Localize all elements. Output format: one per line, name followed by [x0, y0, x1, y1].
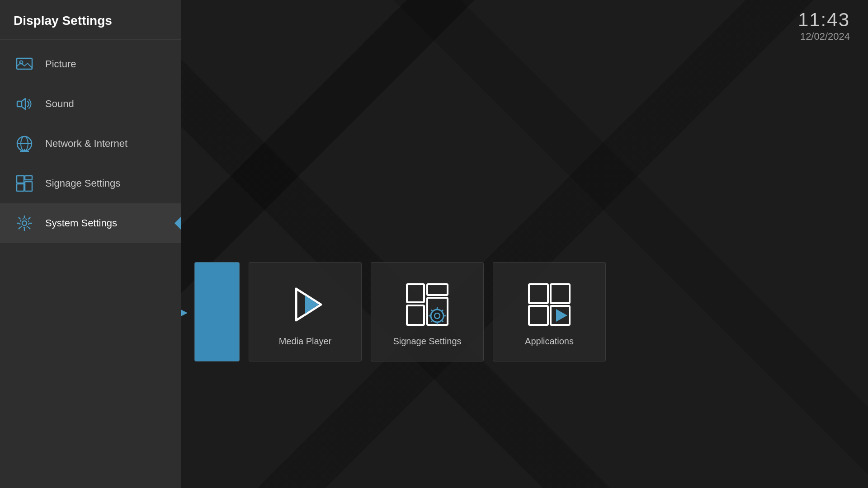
clock-date: 12/02/2024 — [798, 31, 850, 42]
app-card-label-applications: Applications — [525, 336, 574, 347]
svg-rect-23 — [551, 284, 570, 303]
sidebar-item-signage[interactable]: Signage Settings — [0, 164, 181, 203]
svg-rect-10 — [17, 184, 24, 191]
app-card-applications[interactable]: Applications — [493, 262, 606, 361]
app-card-media-player[interactable]: Media Player — [249, 262, 362, 361]
svg-rect-11 — [25, 182, 32, 191]
media-player-icon — [278, 277, 332, 332]
app-card-signage-settings[interactable]: Signage Settings — [371, 262, 484, 361]
sidebar-title: Display Settings — [0, 0, 181, 40]
sidebar-item-label-picture: Picture — [45, 58, 76, 70]
svg-rect-18 — [407, 305, 424, 325]
svg-point-12 — [22, 221, 27, 225]
signage-settings-app-icon — [400, 277, 454, 332]
app-card-label-media-player: Media Player — [279, 336, 332, 347]
svg-rect-0 — [17, 58, 32, 69]
svg-marker-26 — [556, 309, 567, 322]
sound-icon — [14, 93, 35, 115]
sidebar: Display Settings Picture — [0, 0, 181, 488]
sidebar-item-label-system: System Settings — [45, 217, 117, 229]
system-settings-icon — [14, 212, 35, 234]
app-card-label-signage-settings: Signage Settings — [393, 336, 461, 347]
svg-rect-16 — [407, 284, 424, 302]
clock-time: 11:43 — [798, 9, 850, 31]
clock-area: 11:43 12/02/2024 — [798, 9, 850, 42]
sidebar-item-label-network: Network & Internet — [45, 138, 127, 150]
svg-rect-9 — [25, 176, 32, 180]
sidebar-item-label-sound: Sound — [45, 98, 74, 110]
svg-point-13 — [20, 219, 29, 228]
network-icon — [14, 133, 35, 155]
sidebar-item-sound[interactable]: Sound — [0, 84, 181, 124]
applications-icon — [522, 277, 576, 332]
svg-rect-24 — [529, 306, 548, 325]
svg-rect-17 — [427, 284, 448, 295]
sidebar-item-system[interactable]: System Settings — [0, 203, 181, 243]
sidebar-nav: Picture Sound — [0, 40, 181, 243]
app-grid: ▶ Media Player — [181, 262, 868, 361]
main-content: 11:43 12/02/2024 ▶ Media Player — [181, 0, 868, 488]
svg-rect-8 — [17, 176, 24, 183]
sidebar-item-network[interactable]: Network & Internet — [0, 124, 181, 164]
svg-rect-22 — [529, 284, 548, 303]
sidebar-item-label-signage: Signage Settings — [45, 178, 120, 189]
signage-settings-icon — [14, 173, 35, 194]
sidebar-item-picture[interactable]: Picture — [0, 44, 181, 84]
app-card-launcher-partial[interactable] — [194, 262, 240, 361]
svg-rect-2 — [17, 101, 22, 107]
picture-icon — [14, 53, 35, 75]
